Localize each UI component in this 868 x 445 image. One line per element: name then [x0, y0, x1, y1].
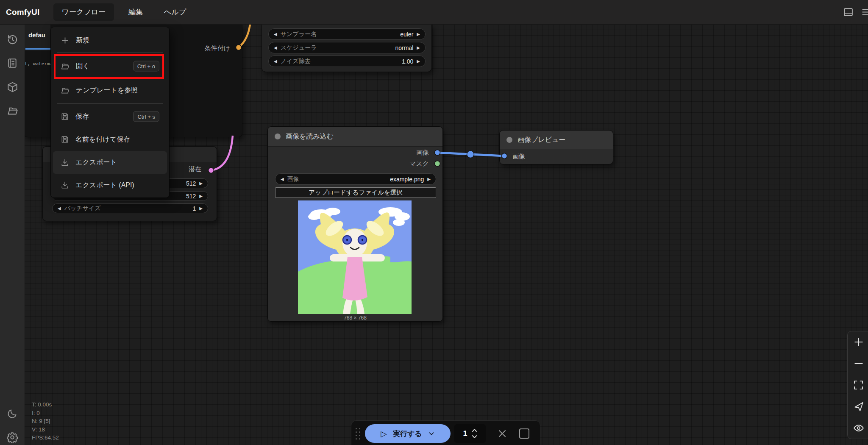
run-button[interactable]: ▷ 実行する — [365, 424, 451, 443]
settings-gear-icon[interactable] — [0, 426, 25, 445]
menu-item-export[interactable]: エクスポート — [53, 151, 167, 174]
visibility-eye-icon[interactable] — [853, 423, 864, 434]
select-mode-icon[interactable] — [853, 401, 864, 412]
active-tab-underline — [25, 48, 50, 50]
image-file-widget[interactable]: ◀ 画像 example.png ▶ — [275, 173, 436, 185]
stat-version: V: 18 — [32, 426, 59, 434]
menu-item-save[interactable]: 保存 Ctrl + s — [53, 106, 167, 128]
ksampler-node[interactable]: ◀ サンプラー名 euler ▶ ◀ スケジューラ normal ▶ ◀ ノイズ… — [262, 24, 432, 72]
widget-right-arrow-icon[interactable]: ▶ — [427, 177, 431, 181]
menu-item-save-as[interactable]: 名前を付けて保存 — [53, 128, 167, 150]
workflows-folder-icon[interactable] — [0, 99, 25, 122]
widget-right-arrow-icon[interactable]: ▶ — [417, 32, 420, 36]
menu-item-browse-templates[interactable]: テンプレートを参照 — [53, 79, 167, 101]
stat-fps: FPS:64.52 — [32, 434, 59, 442]
scheduler-widget[interactable]: ◀ スケジューラ normal ▶ — [268, 42, 426, 53]
widget-left-arrow-icon[interactable]: ◀ — [274, 45, 277, 50]
view-toolbar — [847, 331, 868, 439]
clear-queue-icon[interactable] — [497, 428, 507, 439]
upload-file-button[interactable]: アップロードするファイルを選択 — [275, 187, 436, 198]
bottom-panel-toggle-icon[interactable] — [843, 7, 854, 17]
menu-divider — [57, 103, 163, 104]
widget-left-arrow-icon[interactable]: ◀ — [274, 59, 277, 64]
theme-toggle-moon-icon[interactable] — [0, 402, 25, 426]
widget-left-arrow-icon[interactable]: ◀ — [58, 206, 61, 211]
folder-open-icon — [61, 86, 70, 95]
shortcut-badge: Ctrl + s — [133, 111, 159, 122]
queue-history-icon[interactable] — [0, 28, 25, 51]
batch-size-widget[interactable]: ◀ バッチサイズ 1 ▶ — [52, 203, 208, 213]
widget-right-arrow-icon[interactable]: ▶ — [199, 181, 203, 186]
zoom-out-icon[interactable] — [853, 358, 864, 369]
workflow-tab-default[interactable]: defau — [28, 31, 45, 39]
widget-right-arrow-icon[interactable]: ▶ — [417, 59, 420, 64]
latent-output-label: 潜在 — [189, 165, 201, 173]
stat-time: T: 0.00s — [32, 400, 59, 409]
hamburger-menu-icon[interactable] — [861, 7, 868, 17]
stat-iterations: I: 0 — [32, 409, 59, 417]
plus-icon — [61, 36, 70, 45]
image-output-label: 画像 — [416, 149, 429, 157]
node-title: 画像プレビュー — [517, 136, 566, 145]
menu-item-new[interactable]: 新規 — [53, 30, 167, 50]
image-input-label: 画像 — [512, 153, 525, 161]
image-size-caption: 768 × 768 — [268, 315, 442, 321]
play-icon: ▷ — [381, 429, 387, 439]
batch-count-input[interactable]: 1 — [454, 424, 486, 443]
sampler-name-widget[interactable]: ◀ サンプラー名 euler ▶ — [268, 28, 426, 40]
highlight-rectangle — [54, 54, 164, 79]
load-image-node[interactable]: 画像を読み込む 画像 マスク ◀ 画像 example.png ▶ アップロード… — [267, 126, 443, 322]
model-library-icon[interactable] — [0, 75, 25, 99]
sidebar — [0, 24, 25, 445]
widget-left-arrow-icon[interactable]: ◀ — [281, 177, 284, 181]
node-title: 画像を読み込む — [286, 132, 334, 141]
save-icon — [61, 112, 69, 121]
app-logo[interactable]: ComfyUI — [6, 8, 40, 17]
denoise-widget[interactable]: ◀ ノイズ除去 1.00 ▶ — [268, 56, 426, 67]
widget-left-arrow-icon[interactable]: ◀ — [274, 32, 277, 36]
widget-right-arrow-icon[interactable]: ▶ — [199, 194, 203, 198]
stop-icon[interactable] — [519, 428, 529, 439]
zoom-in-icon[interactable] — [853, 337, 864, 348]
widget-right-arrow-icon[interactable]: ▶ — [417, 45, 420, 50]
download-icon — [61, 181, 69, 189]
menu-item-export-api[interactable]: エクスポート (API) — [53, 174, 167, 196]
download-icon — [61, 159, 69, 167]
count-stepper-icons[interactable] — [472, 428, 477, 439]
run-toolbar: ▷ 実行する 1 — [351, 420, 540, 445]
save-icon — [61, 135, 69, 144]
conditioning-output-label: 条件付け — [205, 44, 230, 53]
perf-stats: T: 0.00s I: 0 N: 9 [5] V: 18 FPS:64.52 — [32, 400, 59, 442]
collapse-dot[interactable] — [506, 137, 512, 143]
collapse-dot[interactable] — [275, 134, 281, 139]
loaded-image-preview[interactable] — [298, 200, 412, 314]
fit-view-icon[interactable] — [853, 380, 864, 390]
menubar: ComfyUI ワークフロー 編集 ヘルプ — [0, 0, 868, 25]
widget-right-arrow-icon[interactable]: ▶ — [199, 206, 203, 211]
workflow-dropdown-menu: 新規 開く Ctrl + o テンプレートを参照 保存 Ctrl + s 名前を… — [50, 27, 170, 198]
chevron-down-icon[interactable] — [428, 430, 435, 437]
menu-edit[interactable]: 編集 — [120, 3, 151, 21]
mask-output-label: マスク — [409, 160, 429, 168]
toolbar-drag-handle[interactable] — [356, 428, 362, 439]
stat-nodes: N: 9 [5] — [32, 417, 59, 426]
preview-image-node[interactable]: 画像プレビュー 画像 — [499, 130, 613, 164]
menu-help[interactable]: ヘルプ — [156, 3, 195, 21]
menu-divider — [57, 52, 163, 53]
comfyui-app: t, watermark 条件付け ◀ サンプラー名 euler ▶ ◀ スケジ… — [0, 0, 868, 445]
menu-workflow[interactable]: ワークフロー — [53, 3, 114, 21]
workflow-tabbar: defau — [25, 24, 50, 50]
node-library-icon[interactable] — [0, 51, 25, 75]
